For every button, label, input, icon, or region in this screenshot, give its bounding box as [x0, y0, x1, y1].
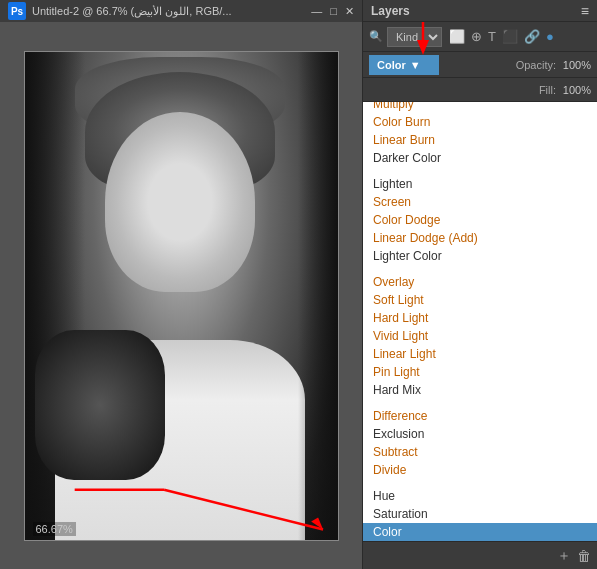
blend-mode-item-linear-dodge-(add)[interactable]: Linear Dodge (Add): [363, 229, 597, 247]
blend-mode-item-lighten[interactable]: Lighten: [363, 175, 597, 193]
layers-bottom-toolbar: ＋ 🗑: [363, 541, 597, 569]
search-icon[interactable]: 🔍: [369, 30, 383, 43]
fill-value[interactable]: 100%: [556, 84, 591, 96]
blend-mode-item-overlay[interactable]: Overlay: [363, 273, 597, 291]
menu-separator: [363, 167, 597, 175]
type-filter-icon[interactable]: T: [487, 28, 497, 45]
minimize-button[interactable]: —: [311, 5, 322, 18]
blend-mode-item-soft-light[interactable]: Soft Light: [363, 291, 597, 309]
menu-separator: [363, 399, 597, 407]
zoom-indicator: 66.67%: [33, 522, 76, 536]
bw-photo: [25, 52, 338, 540]
layers-header: Layers ≡: [363, 0, 597, 22]
blend-opacity-row: Color ▼ Opacity: 100%: [363, 52, 597, 78]
blend-mode-dropdown[interactable]: Color ▼: [369, 55, 439, 75]
blend-mode-item-pin-light[interactable]: Pin Light: [363, 363, 597, 381]
smart-filter-icon[interactable]: 🔗: [523, 28, 541, 45]
maximize-button[interactable]: □: [330, 5, 337, 18]
blend-mode-item-lighter-color[interactable]: Lighter Color: [363, 247, 597, 265]
blend-mode-item-screen[interactable]: Screen: [363, 193, 597, 211]
shape-filter-icon[interactable]: ⬛: [501, 28, 519, 45]
layers-panel: Layers ≡ 🔍 Kind ⬜ ⊕ T ⬛ 🔗 ● Color ▼: [362, 0, 597, 569]
blend-mode-item-linear-burn[interactable]: Linear Burn: [363, 131, 597, 149]
blend-mode-item-hard-mix[interactable]: Hard Mix: [363, 381, 597, 399]
close-button[interactable]: ✕: [345, 5, 354, 18]
layers-menu-button[interactable]: ≡: [581, 3, 589, 19]
opacity-value[interactable]: 100%: [556, 59, 591, 71]
blend-mode-item-subtract[interactable]: Subtract: [363, 443, 597, 461]
blend-mode-item-difference[interactable]: Difference: [363, 407, 597, 425]
image-panel: Ps Untitled-2 @ 66.7% (اللون الأبيض, RGB…: [0, 0, 362, 569]
add-layer-button[interactable]: ＋: [557, 547, 571, 565]
blend-mode-item-exclusion[interactable]: Exclusion: [363, 425, 597, 443]
image-container: 66.67%: [24, 51, 339, 541]
blend-mode-menu: NormalDissolveDarkenMultiplyColor BurnLi…: [363, 102, 597, 541]
blend-mode-item-hard-light[interactable]: Hard Light: [363, 309, 597, 327]
canvas-area: 66.67%: [0, 22, 362, 569]
layers-toolbar: 🔍 Kind ⬜ ⊕ T ⬛ 🔗 ●: [363, 22, 597, 52]
photo-flowers-bottom: [35, 330, 165, 480]
blend-mode-item-color-dodge[interactable]: Color Dodge: [363, 211, 597, 229]
kind-dropdown[interactable]: Kind: [387, 27, 442, 47]
blend-mode-item-hue[interactable]: Hue: [363, 487, 597, 505]
blend-mode-item-vivid-light[interactable]: Vivid Light: [363, 327, 597, 345]
toolbar-icons: ⬜ ⊕ T ⬛ 🔗 ●: [448, 28, 555, 45]
menu-separator: [363, 479, 597, 487]
menu-separator: [363, 265, 597, 273]
dropdown-arrow-icon: ▼: [410, 59, 421, 71]
blend-mode-item-darker-color[interactable]: Darker Color: [363, 149, 597, 167]
blend-mode-item-saturation[interactable]: Saturation: [363, 505, 597, 523]
blend-mode-item-divide[interactable]: Divide: [363, 461, 597, 479]
ps-logo: Ps: [8, 2, 26, 20]
blend-mode-item-color-burn[interactable]: Color Burn: [363, 113, 597, 131]
fill-row: Fill: 100%: [363, 78, 597, 102]
pixel-filter-icon[interactable]: ⬜: [448, 28, 466, 45]
delete-layer-button[interactable]: 🗑: [577, 548, 591, 564]
opacity-label: Opacity:: [516, 59, 556, 71]
blend-mode-item-linear-light[interactable]: Linear Light: [363, 345, 597, 363]
blend-mode-item-color[interactable]: Color: [363, 523, 597, 541]
window-title: Untitled-2 @ 66.7% (اللون الأبيض, RGB/..…: [32, 5, 305, 18]
title-controls: — □ ✕: [311, 5, 354, 18]
adjustment-filter-icon[interactable]: ⊕: [470, 28, 483, 45]
blend-mode-item-multiply[interactable]: Multiply: [363, 102, 597, 113]
layers-title: Layers: [371, 4, 410, 18]
fill-label: Fill:: [539, 84, 556, 96]
photo-face: [105, 112, 255, 292]
title-bar: Ps Untitled-2 @ 66.7% (اللون الأبيض, RGB…: [0, 0, 362, 22]
active-filter-icon[interactable]: ●: [545, 28, 555, 45]
